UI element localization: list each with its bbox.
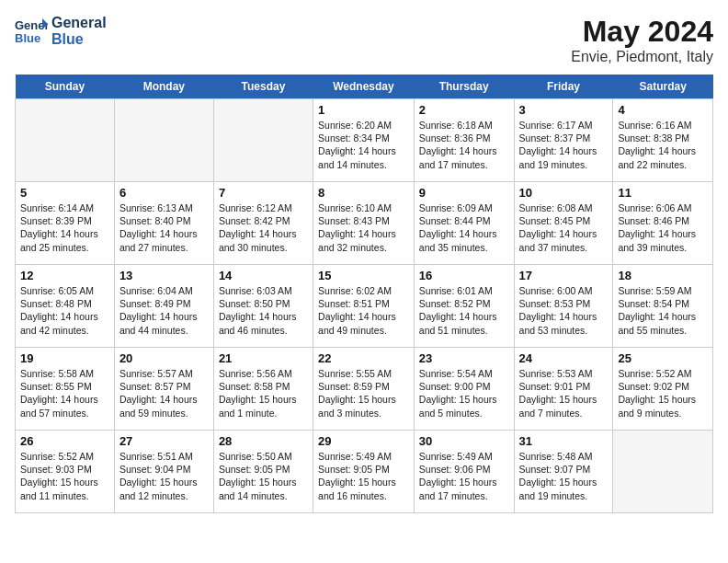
day-cell-23: 23Sunrise: 5:54 AM Sunset: 9:00 PM Dayli…: [414, 348, 514, 431]
day-cell-25: 25Sunrise: 5:52 AM Sunset: 9:02 PM Dayli…: [613, 348, 713, 431]
day-number: 23: [419, 351, 509, 365]
day-number: 6: [119, 186, 209, 200]
day-cell-2: 2Sunrise: 6:18 AM Sunset: 8:36 PM Daylig…: [414, 99, 514, 182]
logo-general: General: [51, 15, 107, 31]
day-info: Sunrise: 5:57 AM Sunset: 8:57 PM Dayligh…: [119, 367, 209, 419]
day-info: Sunrise: 6:12 AM Sunset: 8:42 PM Dayligh…: [219, 201, 308, 254]
week-row-5: 26Sunrise: 5:52 AM Sunset: 9:03 PM Dayli…: [16, 431, 713, 513]
empty-cell: [613, 431, 713, 513]
day-number: 19: [20, 351, 109, 365]
location-subtitle: Envie, Piedmont, Italy: [571, 49, 713, 65]
day-header-monday: Monday: [114, 75, 213, 99]
month-year-title: May 2024: [571, 15, 713, 49]
day-info: Sunrise: 5:52 AM Sunset: 9:02 PM Dayligh…: [618, 367, 708, 419]
day-cell-9: 9Sunrise: 6:09 AM Sunset: 8:44 PM Daylig…: [414, 182, 514, 265]
day-header-saturday: Saturday: [613, 75, 713, 99]
day-info: Sunrise: 6:04 AM Sunset: 8:49 PM Dayligh…: [119, 284, 209, 337]
day-info: Sunrise: 5:58 AM Sunset: 8:55 PM Dayligh…: [20, 367, 109, 419]
day-info: Sunrise: 6:17 AM Sunset: 8:37 PM Dayligh…: [519, 119, 609, 171]
day-cell-31: 31Sunrise: 5:48 AM Sunset: 9:07 PM Dayli…: [514, 431, 613, 513]
day-header-wednesday: Wednesday: [313, 75, 415, 99]
day-info: Sunrise: 5:50 AM Sunset: 9:05 PM Dayligh…: [219, 450, 308, 502]
day-cell-27: 27Sunrise: 5:51 AM Sunset: 9:04 PM Dayli…: [114, 431, 213, 513]
day-info: Sunrise: 6:08 AM Sunset: 8:45 PM Dayligh…: [519, 201, 609, 254]
calendar-table: SundayMondayTuesdayWednesdayThursdayFrid…: [15, 75, 713, 513]
week-row-3: 12Sunrise: 6:05 AM Sunset: 8:48 PM Dayli…: [16, 265, 713, 348]
day-number: 5: [20, 186, 109, 200]
day-cell-6: 6Sunrise: 6:13 AM Sunset: 8:40 PM Daylig…: [114, 182, 213, 265]
day-cell-21: 21Sunrise: 5:56 AM Sunset: 8:58 PM Dayli…: [213, 348, 313, 431]
day-info: Sunrise: 5:55 AM Sunset: 8:59 PM Dayligh…: [318, 367, 409, 419]
empty-cell: [16, 99, 115, 182]
day-number: 26: [20, 434, 109, 448]
day-cell-26: 26Sunrise: 5:52 AM Sunset: 9:03 PM Dayli…: [16, 431, 115, 513]
page-header: General Blue General Blue May 2024 Envie…: [15, 15, 713, 65]
day-number: 25: [618, 351, 708, 365]
day-info: Sunrise: 6:01 AM Sunset: 8:52 PM Dayligh…: [419, 284, 509, 337]
day-cell-1: 1Sunrise: 6:20 AM Sunset: 8:34 PM Daylig…: [313, 99, 415, 182]
day-number: 30: [419, 434, 509, 448]
day-info: Sunrise: 6:14 AM Sunset: 8:39 PM Dayligh…: [20, 201, 109, 254]
day-number: 9: [419, 186, 509, 200]
logo: General Blue General Blue: [15, 15, 107, 48]
empty-cell: [114, 99, 213, 182]
day-info: Sunrise: 5:48 AM Sunset: 9:07 PM Dayligh…: [519, 450, 609, 502]
day-number: 14: [219, 269, 308, 282]
empty-cell: [213, 99, 313, 182]
day-info: Sunrise: 6:02 AM Sunset: 8:51 PM Dayligh…: [318, 284, 409, 337]
day-info: Sunrise: 6:10 AM Sunset: 8:43 PM Dayligh…: [318, 201, 409, 254]
day-info: Sunrise: 6:03 AM Sunset: 8:50 PM Dayligh…: [219, 284, 308, 337]
day-number: 13: [119, 269, 209, 282]
logo-blue: Blue: [51, 31, 107, 48]
day-info: Sunrise: 5:53 AM Sunset: 9:01 PM Dayligh…: [519, 367, 609, 419]
day-cell-5: 5Sunrise: 6:14 AM Sunset: 8:39 PM Daylig…: [16, 182, 115, 265]
title-area: May 2024 Envie, Piedmont, Italy: [571, 15, 713, 65]
logo-icon: General Blue: [15, 15, 48, 48]
day-header-row: SundayMondayTuesdayWednesdayThursdayFrid…: [16, 75, 713, 99]
day-number: 28: [219, 434, 308, 448]
day-cell-7: 7Sunrise: 6:12 AM Sunset: 8:42 PM Daylig…: [213, 182, 313, 265]
day-cell-20: 20Sunrise: 5:57 AM Sunset: 8:57 PM Dayli…: [114, 348, 213, 431]
day-cell-15: 15Sunrise: 6:02 AM Sunset: 8:51 PM Dayli…: [313, 265, 415, 348]
day-number: 21: [219, 351, 308, 365]
day-info: Sunrise: 5:56 AM Sunset: 8:58 PM Dayligh…: [219, 367, 308, 419]
day-cell-18: 18Sunrise: 5:59 AM Sunset: 8:54 PM Dayli…: [613, 265, 713, 348]
day-number: 15: [318, 269, 409, 282]
day-cell-3: 3Sunrise: 6:17 AM Sunset: 8:37 PM Daylig…: [514, 99, 613, 182]
day-number: 3: [519, 103, 609, 117]
day-info: Sunrise: 5:59 AM Sunset: 8:54 PM Dayligh…: [618, 284, 708, 337]
day-number: 31: [519, 434, 609, 448]
day-info: Sunrise: 5:49 AM Sunset: 9:05 PM Dayligh…: [318, 450, 409, 502]
day-number: 10: [519, 186, 609, 200]
day-cell-14: 14Sunrise: 6:03 AM Sunset: 8:50 PM Dayli…: [213, 265, 313, 348]
week-row-4: 19Sunrise: 5:58 AM Sunset: 8:55 PM Dayli…: [16, 348, 713, 431]
day-header-friday: Friday: [514, 75, 613, 99]
day-info: Sunrise: 5:54 AM Sunset: 9:00 PM Dayligh…: [419, 367, 509, 419]
day-info: Sunrise: 5:51 AM Sunset: 9:04 PM Dayligh…: [119, 450, 209, 502]
day-number: 29: [318, 434, 409, 448]
day-cell-10: 10Sunrise: 6:08 AM Sunset: 8:45 PM Dayli…: [514, 182, 613, 265]
day-header-tuesday: Tuesday: [213, 75, 313, 99]
day-number: 11: [618, 186, 708, 200]
day-number: 1: [318, 103, 409, 117]
day-info: Sunrise: 6:00 AM Sunset: 8:53 PM Dayligh…: [519, 284, 609, 337]
day-header-sunday: Sunday: [16, 75, 115, 99]
day-number: 7: [219, 186, 308, 200]
day-number: 16: [419, 269, 509, 282]
day-cell-8: 8Sunrise: 6:10 AM Sunset: 8:43 PM Daylig…: [313, 182, 415, 265]
day-cell-16: 16Sunrise: 6:01 AM Sunset: 8:52 PM Dayli…: [414, 265, 514, 348]
day-cell-29: 29Sunrise: 5:49 AM Sunset: 9:05 PM Dayli…: [313, 431, 415, 513]
day-info: Sunrise: 6:13 AM Sunset: 8:40 PM Dayligh…: [119, 201, 209, 254]
day-info: Sunrise: 6:18 AM Sunset: 8:36 PM Dayligh…: [419, 119, 509, 171]
day-cell-24: 24Sunrise: 5:53 AM Sunset: 9:01 PM Dayli…: [514, 348, 613, 431]
day-cell-11: 11Sunrise: 6:06 AM Sunset: 8:46 PM Dayli…: [613, 182, 713, 265]
day-number: 18: [618, 269, 708, 282]
day-number: 12: [20, 269, 109, 282]
day-info: Sunrise: 6:09 AM Sunset: 8:44 PM Dayligh…: [419, 201, 509, 254]
day-cell-19: 19Sunrise: 5:58 AM Sunset: 8:55 PM Dayli…: [16, 348, 115, 431]
day-cell-22: 22Sunrise: 5:55 AM Sunset: 8:59 PM Dayli…: [313, 348, 415, 431]
day-number: 8: [318, 186, 409, 200]
day-info: Sunrise: 5:52 AM Sunset: 9:03 PM Dayligh…: [20, 450, 109, 502]
day-number: 17: [519, 269, 609, 282]
day-number: 22: [318, 351, 409, 365]
